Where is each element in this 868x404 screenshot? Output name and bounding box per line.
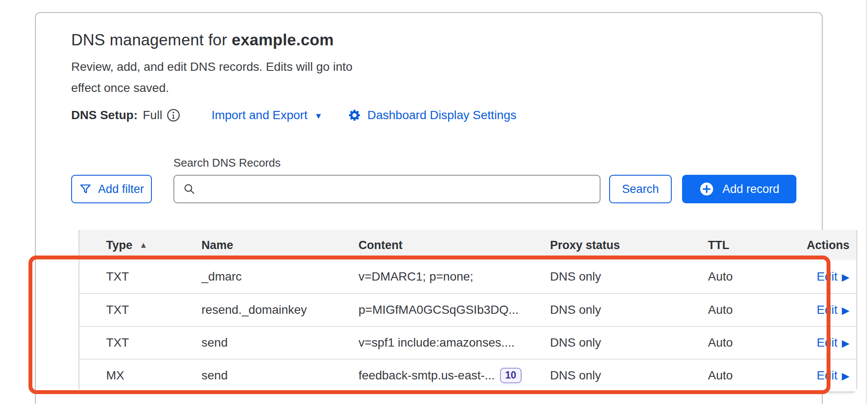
record-ttl: Auto <box>708 336 793 350</box>
dns-management-page: DNS management for example.com Review, a… <box>0 0 868 404</box>
dns-setup-label: DNS Setup: <box>71 108 138 122</box>
dns-management-card: DNS management for example.com Review, a… <box>35 12 823 404</box>
table-body: TXT_dmarcv=DMARC1; p=none;DNS onlyAutoEd… <box>79 260 856 391</box>
add-filter-button[interactable]: Add filter <box>71 175 152 203</box>
add-record-label: Add record <box>722 183 779 196</box>
record-content: v=DMARC1; p=none; <box>359 270 550 284</box>
column-header-name: Name <box>201 239 359 252</box>
sort-ascending-icon: ▲ <box>139 240 148 250</box>
dashboard-display-settings-link[interactable]: Dashboard Display Settings <box>368 108 517 122</box>
record-content: v=spf1 include:amazonses.... <box>359 336 550 350</box>
column-header-proxy-status: Proxy status <box>550 239 708 252</box>
add-filter-label: Add filter <box>98 183 144 196</box>
chevron-right-icon: ▶ <box>842 271 849 283</box>
record-name: send <box>201 369 359 382</box>
dns-records-table: Type ▲ Name Content Proxy status TTL Act… <box>79 230 857 392</box>
table-row: TXT_dmarcv=DMARC1; p=none;DNS onlyAutoEd… <box>79 260 856 293</box>
edit-label: Edit <box>817 270 837 284</box>
domain-name: example.com <box>232 31 334 49</box>
record-content-text: feedback-smtp.us-east-... <box>359 369 495 382</box>
record-content-text: v=spf1 include:amazonses.... <box>359 336 515 350</box>
edit-label: Edit <box>817 369 837 382</box>
mx-priority-badge: 10 <box>500 368 522 383</box>
page-edge-divider <box>866 0 867 404</box>
record-proxy-status: DNS only <box>550 336 708 350</box>
record-proxy-status: DNS only <box>550 270 708 284</box>
gear-icon <box>347 108 362 123</box>
record-content-text: v=DMARC1; p=none; <box>359 270 473 284</box>
page-title: DNS management for example.com <box>71 31 822 49</box>
edit-record-link[interactable]: Edit▶ <box>817 270 849 284</box>
record-proxy-status: DNS only <box>550 369 708 382</box>
column-header-type-label: Type <box>106 239 132 252</box>
column-header-content: Content <box>359 239 550 252</box>
record-ttl: Auto <box>708 303 793 317</box>
search-input-wrapper <box>173 175 601 203</box>
record-type: TXT <box>79 336 201 350</box>
chevron-right-icon: ▶ <box>842 370 849 382</box>
record-name: resend._domainkey <box>201 303 359 317</box>
info-icon[interactable] <box>167 108 180 122</box>
search-icon <box>183 183 196 196</box>
record-type: MX <box>79 369 201 382</box>
record-content: p=MIGfMA0GCSqGSIb3DQ... <box>359 303 550 317</box>
import-export-link[interactable]: Import and Export ▼ <box>211 108 322 122</box>
search-records-label: Search DNS Records <box>173 156 822 170</box>
table-row: TXTsendv=spf1 include:amazonses....DNS o… <box>79 326 856 359</box>
record-ttl: Auto <box>708 270 793 284</box>
column-header-ttl: TTL <box>708 239 793 252</box>
edit-record-link[interactable]: Edit▶ <box>817 336 849 350</box>
dashboard-display-settings-label: Dashboard Display Settings <box>368 108 517 122</box>
table-row: MXsendfeedback-smtp.us-east-...10DNS onl… <box>79 359 856 391</box>
dns-setup-value: Full <box>143 108 162 122</box>
record-type: TXT <box>79 303 201 317</box>
page-title-prefix: DNS management for <box>71 31 232 49</box>
edit-label: Edit <box>817 336 837 350</box>
column-header-type[interactable]: Type ▲ <box>79 239 201 252</box>
plus-circle-icon <box>699 181 714 197</box>
chevron-down-icon: ▼ <box>314 111 323 121</box>
table-row: TXTresend._domainkeyp=MIGfMA0GCSqGSIb3DQ… <box>79 293 856 326</box>
page-subtitle: Review, add, and edit DNS records. Edits… <box>71 56 358 98</box>
chevron-right-icon: ▶ <box>842 305 849 316</box>
table-header-row: Type ▲ Name Content Proxy status TTL Act… <box>79 230 856 260</box>
search-button-label: Search <box>622 183 659 196</box>
import-export-label: Import and Export <box>211 108 308 122</box>
add-record-button[interactable]: Add record <box>682 175 796 203</box>
record-ttl: Auto <box>708 369 793 382</box>
edit-label: Edit <box>817 303 837 317</box>
search-dns-records-input[interactable] <box>202 176 591 202</box>
search-button[interactable]: Search <box>609 175 672 203</box>
record-content-text: p=MIGfMA0GCSqGSIb3DQ... <box>359 303 519 317</box>
records-toolbar: Add filter Search <box>71 175 822 203</box>
chevron-right-icon: ▶ <box>842 338 849 349</box>
record-proxy-status: DNS only <box>550 303 708 317</box>
edit-record-link[interactable]: Edit▶ <box>817 369 849 382</box>
record-name: _dmarc <box>201 270 359 284</box>
edit-record-link[interactable]: Edit▶ <box>817 303 849 317</box>
record-name: send <box>201 336 359 350</box>
record-content: feedback-smtp.us-east-...10 <box>359 368 550 383</box>
record-type: TXT <box>79 270 201 284</box>
column-header-actions: Actions <box>793 239 856 252</box>
filter-icon <box>79 183 92 196</box>
dns-setup-row: DNS Setup: Full Import and Export ▼ <box>71 108 822 123</box>
